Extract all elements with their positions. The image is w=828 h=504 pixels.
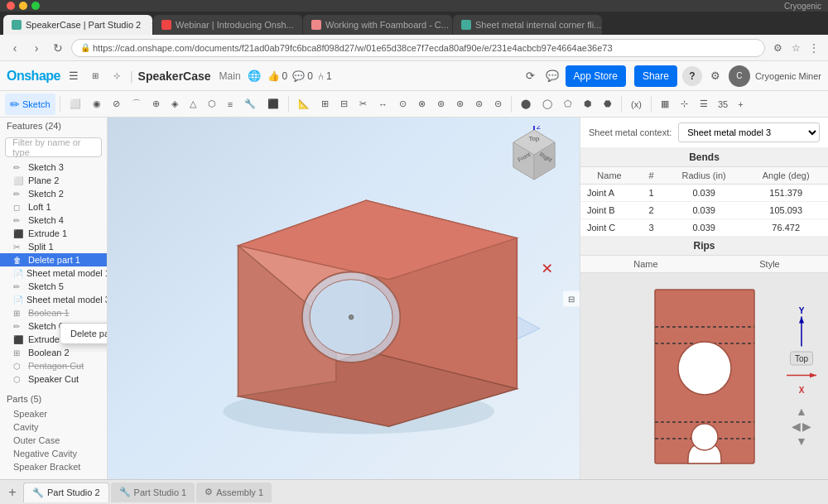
sidebar-item-sheetmetal1[interactable]: 📄 Sheet metal model 1 bbox=[0, 266, 107, 280]
sidebar-item-plane2[interactable]: ⬜ Plane 2 bbox=[0, 174, 107, 187]
globe-icon[interactable]: 🌐 bbox=[246, 68, 262, 84]
bends-col-angle: Angle (deg) bbox=[744, 167, 828, 185]
filter-icon[interactable]: ⊹ bbox=[108, 68, 125, 84]
user-avatar[interactable]: C bbox=[729, 65, 750, 87]
parts-item-speakerbracket[interactable]: Speaker Bracket bbox=[0, 460, 107, 473]
tool-3[interactable]: ⊘ bbox=[108, 94, 125, 115]
tool-15[interactable]: ✂ bbox=[354, 94, 372, 115]
tool-16[interactable]: ↔ bbox=[373, 94, 392, 115]
sidebar-item-boolean2[interactable]: ⊞ Boolean 2 bbox=[0, 346, 107, 359]
window-close-btn[interactable] bbox=[7, 2, 15, 10]
tool-30[interactable]: ⊹ bbox=[676, 94, 693, 115]
bookmark-icon[interactable]: ☆ bbox=[788, 41, 803, 55]
window-minimize-btn[interactable] bbox=[19, 2, 27, 10]
tool-29[interactable]: ▦ bbox=[656, 94, 674, 115]
sidebar-item-sketch5[interactable]: ✏ Sketch 5 bbox=[0, 280, 107, 293]
tool-14[interactable]: ⊟ bbox=[335, 94, 353, 115]
menu-icon[interactable]: ⋮ bbox=[806, 41, 821, 55]
appstore-button[interactable]: App Store bbox=[566, 65, 626, 87]
hamburger-icon[interactable]: ☰ bbox=[65, 68, 82, 84]
sheet-metal-context-select[interactable]: Sheet metal model 3 bbox=[678, 122, 820, 142]
tab-assembly1[interactable]: ⚙ Assembly 1 bbox=[196, 482, 272, 502]
tool-22[interactable]: ⊝ bbox=[489, 94, 507, 115]
tool-21[interactable]: ⊜ bbox=[470, 94, 488, 115]
sync-icon[interactable]: ⟳ bbox=[522, 68, 539, 84]
window-maximize-btn[interactable] bbox=[31, 2, 40, 10]
nav-refresh-btn[interactable]: ↻ bbox=[50, 40, 66, 56]
tab-partstudio2[interactable]: 🔧 Part Studio 2 bbox=[23, 482, 109, 502]
tool-13[interactable]: ⊞ bbox=[316, 94, 334, 115]
model-svg bbox=[108, 118, 580, 479]
context-menu-deletepart[interactable]: Delete part 1 bbox=[60, 325, 108, 342]
filter-placeholder: Filter by name or type bbox=[12, 137, 94, 157]
tab-close-2[interactable]: ✕ bbox=[301, 19, 302, 31]
tab-close-1[interactable]: ✕ bbox=[148, 19, 152, 31]
tool-24[interactable]: ◯ bbox=[537, 94, 557, 115]
tool-18[interactable]: ⊗ bbox=[413, 94, 431, 115]
chat-icon[interactable]: 💬 bbox=[544, 68, 561, 84]
sidebar-item-extrude1[interactable]: ⬛ Extrude 1 bbox=[0, 227, 107, 240]
parts-item-cavity[interactable]: Cavity bbox=[0, 420, 107, 434]
viewport[interactable]: Top Front Right Z Front Right bbox=[108, 118, 580, 479]
x-axis-label: X bbox=[799, 385, 805, 394]
tool-zoom[interactable]: + bbox=[733, 94, 748, 115]
tool-2[interactable]: ◉ bbox=[88, 94, 106, 115]
tool-14-icon: ⊟ bbox=[340, 98, 348, 109]
window-title: Cryogenic bbox=[784, 2, 821, 11]
tool-5[interactable]: ⊕ bbox=[147, 94, 165, 115]
sidebar-item-boolean1[interactable]: ⊞ Boolean 1 bbox=[0, 306, 107, 319]
tool-27[interactable]: ⬣ bbox=[599, 94, 617, 115]
tool-8[interactable]: ⬡ bbox=[203, 94, 221, 115]
sidebar-item-deletepart1[interactable]: 🗑 Delete part 1 bbox=[0, 253, 107, 266]
nav-left-icon[interactable]: ◀ bbox=[792, 419, 801, 432]
tool-25[interactable]: ⬠ bbox=[559, 94, 577, 115]
tool-10[interactable]: 🔧 bbox=[239, 94, 261, 115]
right-panel-toggle[interactable]: ⊟ bbox=[563, 290, 580, 306]
tool-11[interactable]: ⬛ bbox=[262, 94, 284, 115]
tab-partstudio1[interactable]: 🔧 Part Studio 1 bbox=[111, 482, 195, 502]
nav-down-icon[interactable]: ▼ bbox=[796, 434, 807, 447]
sidebar-item-speakercut[interactable]: ⬡ Speaker Cut bbox=[0, 372, 107, 386]
address-input[interactable]: 🔒 https://cad.onshape.com/documents/f21a… bbox=[71, 39, 765, 57]
nav-back-btn[interactable]: ‹ bbox=[7, 40, 23, 56]
tool-12[interactable]: 📐 bbox=[293, 94, 315, 115]
sidebar-item-sketch3[interactable]: ✏ Sketch 3 bbox=[0, 161, 107, 174]
parts-item-outercase[interactable]: Outer Case bbox=[0, 434, 107, 447]
tab-speakercase[interactable]: SpeakerCase | Part Studio 2 ✕ bbox=[3, 15, 152, 35]
nav-forward-btn[interactable]: › bbox=[28, 40, 45, 56]
sidebar-item-sketch2[interactable]: ✏ Sketch 2 bbox=[0, 187, 107, 200]
tool-4[interactable]: ⌒ bbox=[127, 94, 146, 115]
share-button[interactable]: Share bbox=[634, 65, 677, 87]
sidebar-filter[interactable]: Filter by name or type bbox=[5, 137, 102, 157]
nav-right-icon[interactable]: ▶ bbox=[802, 419, 811, 432]
extensions-icon[interactable]: ⚙ bbox=[770, 41, 785, 55]
tool-20[interactable]: ⊛ bbox=[451, 94, 469, 115]
tab-webinar[interactable]: Webinar | Introducing Onsh... ✕ bbox=[153, 15, 302, 35]
sidebar-item-sketch4[interactable]: ✏ Sketch 4 bbox=[0, 214, 107, 227]
tool-17[interactable]: ⊙ bbox=[394, 94, 412, 115]
tool-1[interactable]: ⬜ bbox=[65, 94, 86, 115]
parts-item-speaker[interactable]: Speaker bbox=[0, 407, 107, 420]
tab-foamboard[interactable]: Working with Foamboard - C... ✕ bbox=[303, 15, 452, 35]
sketch-tool-btn[interactable]: ✏ Sketch bbox=[5, 94, 55, 115]
tab-sheetmetal[interactable]: Sheet metal internal corner fli... ✕ bbox=[453, 15, 602, 35]
tool-31[interactable]: ☰ bbox=[695, 94, 713, 115]
settings-icon[interactable]: ⚙ bbox=[707, 68, 724, 84]
tool-28[interactable]: (x) bbox=[626, 94, 647, 115]
sidebar-item-loft1[interactable]: ◻ Loft 1 bbox=[0, 200, 107, 214]
nav-up-icon[interactable]: ▲ bbox=[796, 404, 807, 417]
sidebar-item-split1[interactable]: ✂ Split 1 bbox=[0, 240, 107, 253]
tool-19[interactable]: ⊚ bbox=[432, 94, 450, 115]
tool-7[interactable]: △ bbox=[185, 94, 201, 115]
tool-6[interactable]: ◈ bbox=[166, 94, 183, 115]
tool-26[interactable]: ⬢ bbox=[579, 94, 597, 115]
sidebar-item-pentagoncut[interactable]: ⬡ Pentagon Cut bbox=[0, 359, 107, 372]
add-tab-btn[interactable]: + bbox=[3, 483, 22, 502]
parts-item-negativecavity[interactable]: Negative Cavity bbox=[0, 447, 107, 460]
sidebar-item-sheetmetal3[interactable]: 📄 Sheet metal model 3 bbox=[0, 293, 107, 306]
help-button[interactable]: ? bbox=[682, 66, 702, 86]
tool-23[interactable]: ⬤ bbox=[516, 94, 536, 115]
tool-9[interactable]: ≡ bbox=[223, 94, 238, 115]
tab-favicon-2 bbox=[161, 20, 171, 30]
apps-icon[interactable]: ⊞ bbox=[87, 68, 104, 84]
